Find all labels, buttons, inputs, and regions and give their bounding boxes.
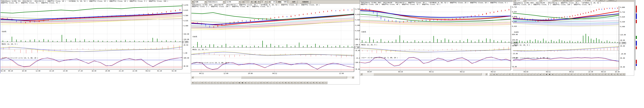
tool-button[interactable]: ▶ xyxy=(496,73,498,76)
tool-button[interactable]: A xyxy=(508,73,511,76)
period-minute-button[interactable]: 分 xyxy=(261,0,264,4)
scroll-right-button[interactable]: ▶ xyxy=(352,76,354,78)
tool-button[interactable]: △ xyxy=(536,73,539,76)
tool-button[interactable]: R xyxy=(616,73,619,76)
chart-area-5min[interactable]: 9,6709,6259,5809,5359,490310.00120.0020.… xyxy=(0,4,191,73)
chevron-down-icon[interactable]: ▼ xyxy=(539,0,542,2)
tool-button[interactable]: < xyxy=(275,82,278,84)
tool-button[interactable]: < xyxy=(579,73,582,76)
tool-button[interactable]: ■ xyxy=(241,82,244,84)
tool-button[interactable]: F xyxy=(585,73,588,76)
tool-button[interactable]: R xyxy=(312,82,315,84)
tool-button[interactable]: L xyxy=(309,82,312,84)
contract-select[interactable]: 12/06 ▼ xyxy=(542,0,555,2)
tool-button[interactable]: ◆ xyxy=(551,73,554,76)
period-week-button[interactable]: 週 xyxy=(254,0,257,4)
minute-stepper[interactable]: 15 ▲▼ xyxy=(271,1,277,3)
tool-button[interactable]: # xyxy=(266,82,268,84)
tool-button[interactable]: ↔ xyxy=(247,82,250,84)
tool-button[interactable]: B xyxy=(306,82,309,84)
tool-button[interactable]: ◆ xyxy=(244,82,247,84)
tool-button[interactable]: − xyxy=(198,82,200,84)
tool-button[interactable]: S xyxy=(294,82,296,84)
tool-button[interactable]: I xyxy=(303,82,306,84)
chevron-down-icon[interactable]: ▼ xyxy=(523,0,526,2)
apply-button[interactable]: 適用 xyxy=(598,0,604,2)
tool-button[interactable]: X xyxy=(622,73,625,76)
category-select[interactable]: 先物 ▼ xyxy=(194,0,207,4)
tool-button[interactable]: # xyxy=(570,73,573,76)
tool-button[interactable]: □ xyxy=(526,73,530,76)
tool-button[interactable]: % xyxy=(262,82,266,84)
multi-symbol-button[interactable]: 複数銘柄 xyxy=(300,0,311,4)
tool-button[interactable]: C xyxy=(296,82,300,84)
spin-arrows-icon[interactable]: ▲▼ xyxy=(276,1,277,3)
tool-button[interactable]: S xyxy=(598,73,600,76)
horizontal-scrollbar[interactable]: ◀ ▶ xyxy=(191,76,354,78)
tool-button[interactable]: □ xyxy=(219,82,222,84)
tool-button[interactable]: ↗ xyxy=(554,73,557,76)
apply-button[interactable]: 適用 xyxy=(290,0,298,4)
tool-button[interactable]: « xyxy=(489,73,492,76)
tool-button[interactable]: − xyxy=(505,73,508,76)
tool-button[interactable]: ↕ xyxy=(250,82,253,84)
tool-button[interactable]: Z xyxy=(564,73,566,76)
chart-area-30min[interactable]: 9,7109,6359,5609,4859,410850.00250.0040.… xyxy=(360,6,523,70)
tool-button[interactable]: * xyxy=(324,82,327,84)
tool-button[interactable]: / xyxy=(213,82,216,84)
tool-button[interactable]: ⊗ xyxy=(619,73,622,76)
tool-button[interactable]: + xyxy=(194,82,198,84)
period-tick-button[interactable]: T xyxy=(264,0,267,4)
period-month-button[interactable]: 月 xyxy=(569,0,572,2)
menu-dropdown-button[interactable]: ▼ xyxy=(192,0,194,4)
scrollbar-thumb[interactable] xyxy=(241,76,347,78)
tool-button[interactable]: D xyxy=(604,73,607,76)
tool-button[interactable]: + xyxy=(502,73,505,76)
bars-stepper[interactable]: 500 ▲▼ xyxy=(590,0,598,1)
tool-button[interactable]: ▽ xyxy=(235,82,238,84)
scroll-right-button[interactable]: ▶ xyxy=(485,73,488,75)
tool-button[interactable]: P xyxy=(315,82,318,84)
symbol-select[interactable]: 日経225mini ▼ xyxy=(526,0,542,2)
tool-button[interactable]: G xyxy=(287,82,290,84)
tool-button[interactable]: C xyxy=(601,73,604,76)
chevron-down-icon[interactable]: ▼ xyxy=(204,0,207,4)
tool-button[interactable]: ▲ xyxy=(539,73,542,76)
tool-button[interactable]: │ xyxy=(210,82,213,84)
tool-button[interactable]: ~ xyxy=(272,82,275,84)
period-day-button[interactable]: 日 xyxy=(562,0,565,2)
tool-button[interactable]: E xyxy=(290,82,293,84)
tool-button[interactable]: ◀ xyxy=(492,73,495,76)
chart-area-15min[interactable]: 9,7009,6309,5609,4909,420600.00200.0035.… xyxy=(191,8,360,76)
tool-button[interactable]: ◇ xyxy=(226,82,228,84)
period-minute-button[interactable]: 分 xyxy=(572,0,575,2)
bars-stepper[interactable]: 500 ▲▼ xyxy=(281,1,289,3)
tool-button[interactable]: W xyxy=(284,82,287,84)
tool-button[interactable]: ▽ xyxy=(542,73,545,76)
category-select[interactable]: 先物 ▼ xyxy=(516,0,526,2)
spin-arrows-icon[interactable]: ▲▼ xyxy=(287,1,289,3)
tool-button[interactable]: > xyxy=(582,73,585,76)
tool-button[interactable]: X xyxy=(321,82,324,84)
chart-area-60min[interactable]: 9,8009,7109,6209,5309,440115.0040.0045.0… xyxy=(513,6,634,70)
multi-symbol-button[interactable]: 複数銘柄 xyxy=(606,0,616,2)
scroll-left-button[interactable]: ◀ xyxy=(360,73,362,75)
tool-button[interactable]: F xyxy=(281,82,284,84)
tool-button[interactable]: E xyxy=(594,73,598,76)
tool-button[interactable]: ↗ xyxy=(253,82,256,84)
chevron-down-icon[interactable]: ▼ xyxy=(222,0,225,4)
tool-button[interactable]: Z xyxy=(260,82,262,84)
tool-button[interactable]: ● xyxy=(238,82,241,84)
scrollbar-track[interactable] xyxy=(362,73,485,75)
tool-button[interactable]: / xyxy=(520,73,523,76)
period-tick-button[interactable]: T xyxy=(576,0,578,2)
tool-button[interactable]: ◇ xyxy=(533,73,536,76)
tool-button[interactable]: % xyxy=(567,73,570,76)
scroll-left-button[interactable]: ◀ xyxy=(191,76,194,78)
tool-button[interactable]: G xyxy=(592,73,594,76)
symbol-select[interactable]: 日経225mini ▼ xyxy=(207,0,225,4)
tool-button[interactable]: B xyxy=(610,73,613,76)
tool-button[interactable]: \ xyxy=(523,73,526,76)
tool-button[interactable]: ● xyxy=(545,73,548,76)
tool-button[interactable]: D xyxy=(300,82,302,84)
